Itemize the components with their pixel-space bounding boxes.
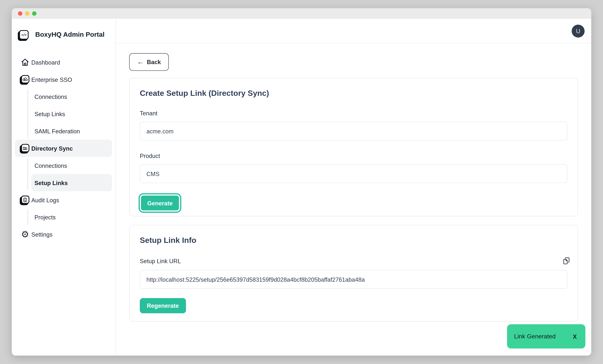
toast-message: Link Generated (514, 333, 556, 340)
sidebar-item-dashboard[interactable]: Dashboard (12, 54, 116, 71)
sidebar-item-audit-logs[interactable]: Audit Logs (12, 191, 116, 209)
sidebar-item-directory-sync[interactable]: Directory Sync (15, 140, 112, 157)
regenerate-button[interactable]: Regenerate (140, 298, 186, 313)
sidebar-item-dsync-setup-links[interactable]: Setup Links (31, 174, 112, 191)
back-arrow-icon: ← (137, 59, 144, 65)
boxyhq-logo-icon: </> (19, 30, 29, 39)
enterprise-sso-icon (19, 74, 31, 84)
gear-icon: ⚙ (19, 230, 31, 239)
generate-button[interactable]: Generate (140, 194, 180, 212)
sidebar-nav: Dashboard Enterpri (12, 54, 116, 243)
screen: </> BoxyHQ Admin Portal Dashb (0, 0, 603, 364)
create-card-title: Create Setup Link (Directory Sync) (140, 89, 567, 98)
product-input[interactable] (140, 164, 567, 183)
toast-close-button[interactable]: X (573, 333, 577, 340)
toast-notification: Link Generated X (507, 324, 585, 349)
setup-link-info-card: Setup Link Info Setup Link URL (129, 225, 578, 321)
copy-icon (563, 257, 570, 265)
directory-sync-icon (19, 143, 31, 153)
sidebar-item-sso-setup-links[interactable]: Setup Links (12, 105, 116, 122)
back-button[interactable]: ← Back (129, 53, 169, 71)
user-avatar[interactable]: U (572, 24, 585, 37)
tenant-label: Tenant (140, 110, 567, 116)
app-root: </> BoxyHQ Admin Portal Dashb (12, 19, 591, 356)
window-titlebar (12, 8, 591, 19)
directory-sync-subnav: Connections Setup Links (12, 157, 116, 191)
sidebar-item-settings[interactable]: ⚙ Settings (12, 226, 116, 243)
page-content: ← Back Create Setup Link (Directory Sync… (116, 44, 591, 322)
sidebar-item-sso-connections[interactable]: Connections (12, 88, 116, 105)
minimize-window-button[interactable] (25, 11, 29, 16)
setup-link-url-label: Setup Link URL (140, 258, 181, 264)
brand-title: BoxyHQ Admin Portal (35, 29, 105, 40)
sidebar-item-enterprise-sso[interactable]: Enterprise SSO (12, 71, 116, 88)
browser-window: </> BoxyHQ Admin Portal Dashb (12, 8, 591, 356)
info-card-title: Setup Link Info (140, 236, 567, 245)
top-header: U (116, 19, 591, 44)
tenant-input[interactable] (140, 121, 567, 141)
sidebar: </> BoxyHQ Admin Portal Dashb (12, 19, 116, 356)
audit-logs-subnav: Projects (12, 209, 116, 226)
copy-to-clipboard-button[interactable] (563, 257, 570, 265)
home-icon (19, 58, 31, 66)
close-window-button[interactable] (18, 11, 23, 16)
product-label: Product (140, 153, 567, 159)
brand[interactable]: </> BoxyHQ Admin Portal (12, 19, 116, 41)
create-setup-link-card: Create Setup Link (Directory Sync) Tenan… (129, 78, 578, 216)
main-area: U ← Back Create Setup Link (Directory Sy… (116, 19, 591, 356)
audit-logs-icon (19, 195, 31, 205)
sidebar-item-dsync-connections[interactable]: Connections (12, 157, 116, 174)
maximize-window-button[interactable] (32, 11, 36, 16)
sidebar-item-projects[interactable]: Projects (12, 209, 116, 226)
sidebar-item-saml-federation[interactable]: SAML Federation (12, 122, 116, 140)
enterprise-sso-subnav: Connections Setup Links SAML Federation (12, 88, 116, 140)
setup-link-url-input[interactable] (140, 270, 567, 289)
